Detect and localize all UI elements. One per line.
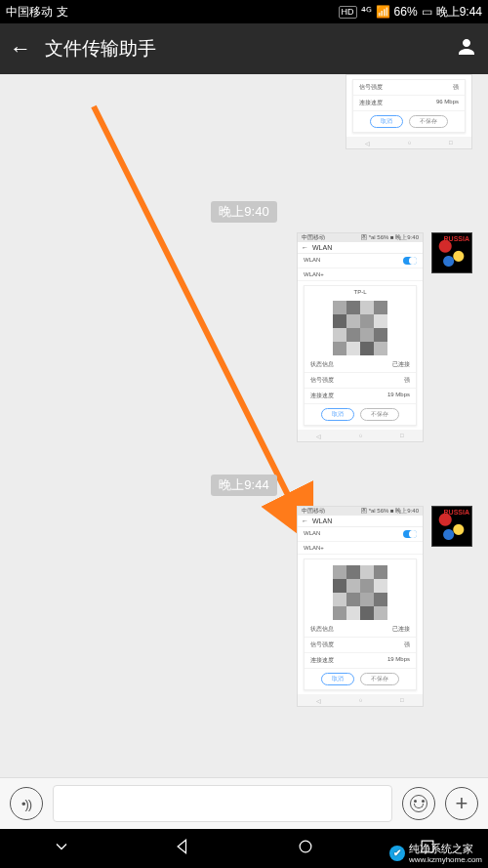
watermark-url: www.kzmyhome.com xyxy=(409,856,482,864)
image-message[interactable]: 信号强度强 连接速度96 Mbps 取消 不保存 ◁○□ xyxy=(346,74,472,149)
voice-button[interactable]: •)) xyxy=(10,787,43,820)
alipay-icon: 支 xyxy=(57,4,68,21)
hd-icon: HD xyxy=(339,6,357,19)
chat-header: ← 文件传输助手 xyxy=(0,23,488,74)
avatar[interactable] xyxy=(431,232,472,273)
chat-title: 文件传输助手 xyxy=(45,36,156,62)
thumb-cancel-button: 取消 xyxy=(370,115,403,128)
thumb-disconnect-button: 不保存 xyxy=(409,115,448,128)
timestamp: 晚上9:44 xyxy=(211,475,276,496)
image-message[interactable]: 中国移动图 *al 56% ■ 晚上9:40 ←WLAN WLAN WLAN+ … xyxy=(297,232,424,442)
back-button[interactable]: ← xyxy=(10,36,31,62)
signal-icon: 📶 xyxy=(376,5,390,19)
message-row: 信号强度强 连接速度96 Mbps 取消 不保存 ◁○□ xyxy=(346,74,480,149)
toggle-icon xyxy=(403,530,417,538)
image-message[interactable]: 中国移动图 *al 56% ■ 晚上9:40 ←WLAN WLAN WLAN+ … xyxy=(297,506,424,707)
message-row: 中国移动图 *al 56% ■ 晚上9:40 ←WLAN WLAN WLAN+ … xyxy=(297,232,480,442)
message-row: 中国移动图 *al 56% ■ 晚上9:40 ←WLAN WLAN WLAN+ … xyxy=(297,506,480,707)
svg-line-0 xyxy=(94,106,305,530)
chat-input-bar: •)) + xyxy=(0,777,488,829)
qr-code-pixelated xyxy=(333,301,387,355)
emoji-button[interactable] xyxy=(402,787,435,820)
plus-icon: + xyxy=(456,793,468,814)
timestamp: 晚上9:40 xyxy=(211,201,276,223)
toggle-icon xyxy=(403,257,417,265)
chat-scroll-area[interactable]: 信号强度强 连接速度96 Mbps 取消 不保存 ◁○□ 晚上9:40 中国移动… xyxy=(0,74,488,793)
watermark-logo-icon: ✔ xyxy=(389,846,405,861)
qr-code-pixelated xyxy=(333,565,387,620)
svg-point-1 xyxy=(300,841,311,852)
nav-back-button[interactable] xyxy=(174,837,193,860)
nav-hide-button[interactable] xyxy=(52,837,71,860)
carrier-label: 中国移动 xyxy=(6,4,53,21)
volte-icon: ⁴ᴳ xyxy=(361,5,372,19)
nav-home-button[interactable] xyxy=(296,837,315,860)
battery-icon: ▭ xyxy=(422,5,432,19)
message-input[interactable] xyxy=(53,785,392,822)
smile-icon xyxy=(410,795,427,812)
android-status-bar: 中国移动 支 HD ⁴ᴳ 📶 66% ▭ 晚上9:44 xyxy=(0,0,488,23)
battery-percent: 66% xyxy=(394,5,418,19)
watermark-title: 纯净系统之家 xyxy=(409,843,473,854)
status-time: 晚上9:44 xyxy=(436,4,482,21)
profile-button[interactable] xyxy=(455,35,478,62)
more-button[interactable]: + xyxy=(445,787,478,820)
watermark: ✔ 纯净系统之家 www.kzmyhome.com xyxy=(389,842,482,864)
avatar[interactable] xyxy=(431,506,472,547)
